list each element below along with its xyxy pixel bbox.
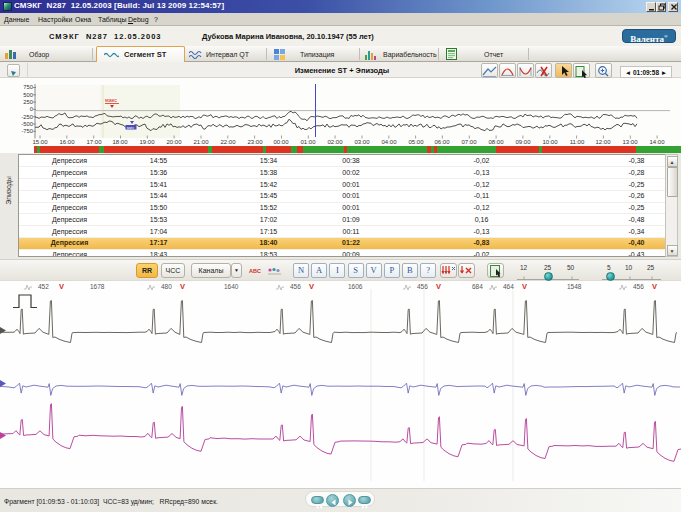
svg-text:макс: макс <box>105 97 117 103</box>
svg-text:мин: мин <box>127 125 134 130</box>
